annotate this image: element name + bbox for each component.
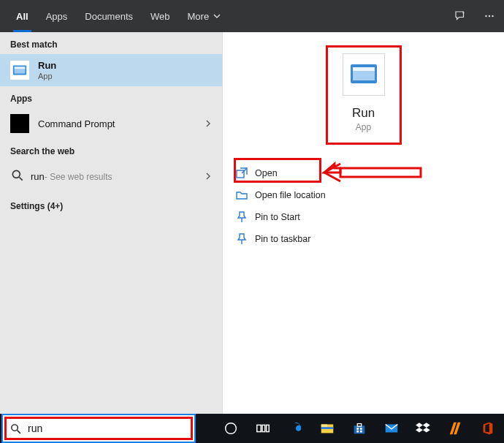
section-header-best-match: Best match xyxy=(0,32,222,54)
office-icon[interactable] xyxy=(472,414,504,443)
tab-all[interactable]: All xyxy=(7,0,37,32)
command-prompt-icon xyxy=(10,114,29,133)
result-preview: Run App xyxy=(223,32,504,145)
svg-point-8 xyxy=(12,170,20,178)
svg-point-2 xyxy=(489,15,490,17)
dropbox-icon[interactable] xyxy=(408,414,440,443)
svg-point-3 xyxy=(492,15,493,17)
best-match-result[interactable]: Run App xyxy=(0,54,222,86)
result-text: Run App xyxy=(38,60,56,80)
task-view-icon[interactable] xyxy=(247,414,279,443)
section-header-web: Search the web xyxy=(0,139,222,161)
svg-line-9 xyxy=(20,178,23,181)
mail-icon[interactable] xyxy=(375,414,408,443)
svg-rect-6 xyxy=(15,67,26,69)
svg-point-0 xyxy=(462,12,464,13)
tab-documents[interactable]: Documents xyxy=(76,0,142,32)
search-filter-bar: All Apps Documents Web More xyxy=(0,0,504,32)
action-pin-to-taskbar[interactable]: Pin to taskbar xyxy=(223,228,504,250)
svg-rect-7 xyxy=(12,116,28,132)
svg-rect-29 xyxy=(356,431,359,433)
more-options-button[interactable] xyxy=(475,0,504,32)
filter-tabs: All Apps Documents Web More xyxy=(0,0,229,32)
action-label: Open file location xyxy=(255,190,326,200)
web-search-result[interactable]: run - See web results xyxy=(0,161,222,192)
open-icon xyxy=(236,167,255,179)
search-results-area: Best match Run App Apps Command Prompt S… xyxy=(0,32,504,414)
svg-point-1 xyxy=(485,15,486,17)
svg-rect-21 xyxy=(267,425,270,431)
results-left-pane: Best match Run App Apps Command Prompt S… xyxy=(0,32,223,414)
svg-rect-23 xyxy=(321,425,327,428)
result-title: Command Prompt xyxy=(38,118,115,129)
tab-label: Documents xyxy=(85,11,133,22)
result-text: Command Prompt xyxy=(38,118,115,129)
svg-rect-13 xyxy=(237,170,244,178)
svg-rect-24 xyxy=(321,427,334,429)
cortana-icon[interactable] xyxy=(215,414,247,443)
chevron-right-icon xyxy=(205,171,212,182)
run-app-icon xyxy=(343,53,385,96)
search-icon xyxy=(3,423,28,435)
svg-rect-20 xyxy=(262,425,265,431)
annotation-highlight-hero: Run App xyxy=(326,45,402,145)
tab-label: More xyxy=(188,11,210,22)
app-result-command-prompt[interactable]: Command Prompt xyxy=(0,108,222,139)
action-open-file-location[interactable]: Open file location xyxy=(223,184,504,206)
tab-label: Web xyxy=(150,11,170,22)
action-open[interactable]: Open xyxy=(223,162,504,184)
svg-rect-25 xyxy=(354,425,365,433)
taskbar-search-box[interactable] xyxy=(1,414,196,443)
tab-web[interactable]: Web xyxy=(142,0,179,32)
results-right-pane: Run App Open Open file location Pin to S… xyxy=(223,32,504,414)
tab-more[interactable]: More xyxy=(179,0,230,32)
result-title: Run xyxy=(38,60,56,71)
action-label: Pin to Start xyxy=(255,212,300,222)
file-explorer-icon[interactable] xyxy=(311,414,343,443)
pin-icon xyxy=(236,233,255,245)
svg-rect-19 xyxy=(257,425,261,431)
pin-icon xyxy=(236,211,255,223)
feedback-button[interactable] xyxy=(446,0,475,32)
svg-point-18 xyxy=(226,423,237,434)
action-label: Open xyxy=(255,168,278,178)
microsoft-store-icon[interactable] xyxy=(343,414,375,443)
svg-rect-28 xyxy=(360,428,362,430)
chevron-down-icon xyxy=(213,11,221,22)
tab-label: Apps xyxy=(46,11,68,22)
search-input[interactable] xyxy=(28,423,194,434)
edge-browser-icon[interactable] xyxy=(279,414,311,443)
winamp-icon[interactable] xyxy=(440,414,472,443)
preview-subtitle: App xyxy=(356,122,371,132)
run-app-icon xyxy=(10,61,29,80)
svg-rect-26 xyxy=(357,424,362,427)
svg-rect-27 xyxy=(356,428,359,430)
tab-label: All xyxy=(16,11,28,22)
windows-taskbar xyxy=(0,414,504,443)
preview-actions: Open Open file location Pin to Start Pin… xyxy=(223,162,504,250)
svg-point-16 xyxy=(11,424,17,431)
section-header-apps: Apps xyxy=(0,86,222,108)
preview-title: Run xyxy=(352,106,375,121)
web-query: run xyxy=(31,171,45,182)
svg-rect-30 xyxy=(360,431,362,433)
settings-results-label[interactable]: Settings (4+) xyxy=(0,192,222,220)
web-query-suffix: - See web results xyxy=(45,172,112,182)
chevron-right-icon xyxy=(205,117,212,130)
svg-rect-12 xyxy=(353,67,375,71)
search-icon xyxy=(10,168,25,185)
taskbar-icons xyxy=(215,414,504,443)
tab-apps[interactable]: Apps xyxy=(37,0,77,32)
action-pin-to-start[interactable]: Pin to Start xyxy=(223,206,504,228)
action-label: Pin to taskbar xyxy=(255,234,310,244)
result-subtitle: App xyxy=(38,72,56,80)
folder-icon xyxy=(236,189,255,201)
svg-line-17 xyxy=(17,430,20,433)
